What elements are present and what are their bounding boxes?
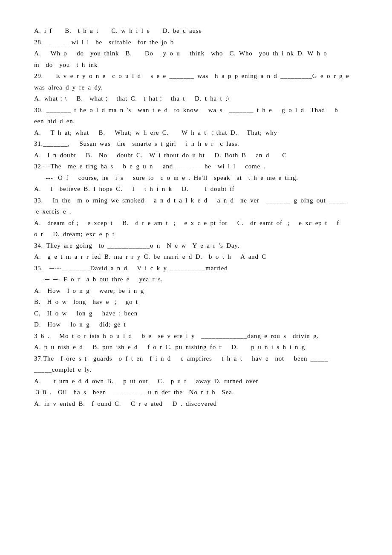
question-line-l16: 33. In the m o rning we smoked a n d t a…: [34, 195, 358, 206]
question-line-l18: A. dream of； e xcep t B. d r e am t ； e …: [34, 218, 358, 229]
question-line-l5: 29. E v e r y o n e c o u l d s e e ____…: [34, 71, 358, 82]
question-line-l24: A. How l o n g were; be i n g: [34, 286, 358, 297]
question-line-l32: A. t urn e d d own B. p ut out C. p u t …: [34, 376, 358, 387]
question-line-l11: 31._______, Susan was the smarte s t gir…: [34, 139, 358, 150]
question-line-l17: e xercis e .: [34, 206, 358, 217]
question-line-l3: A. Wh o do you think B. Do y o u think w…: [34, 48, 358, 59]
main-content: A. i f B. t h a t C. w h i l e D. be c a…: [34, 26, 358, 409]
question-line-l15: A. I believe B. I hope C. I t h i n k D.…: [34, 184, 358, 195]
question-line-l25: B. H o w long hav e ； go t: [34, 297, 358, 308]
question-line-l20: 34. They are going to ____________o n N …: [34, 240, 358, 251]
question-line-l21: A. g e t m a r r ied B. ma r r y C. be m…: [34, 251, 358, 263]
question-line-l26: C. H o w lon g have ; been: [34, 308, 358, 319]
question-line-l33: 3 8 . Oil ha s been __________u n der th…: [34, 387, 358, 398]
question-line-l12: A. I n doubt B. No doubt C. W i thout do…: [34, 150, 358, 161]
question-line-l19: o r D. dream; exc e p t: [34, 229, 358, 240]
question-line-l1: A. i f B. t h a t C. w h i l e D. be c a…: [34, 26, 358, 37]
question-line-l6: was alrea d y re a dy.: [34, 82, 358, 93]
question-line-l4: m do you t h ink: [34, 60, 358, 71]
question-line-l13: 32.---The me e ting ha s b e g u n and _…: [34, 161, 358, 172]
question-line-l30: 37.The f ore s t guards o f t en f i n d…: [34, 353, 358, 364]
question-line-l28: 3 6 . Mo t o r ists h o u l d b e se v e…: [34, 331, 358, 342]
question-line-l9: een hid d en.: [34, 116, 358, 127]
question-line-l7: A. what；\ B. what； that C. t hat； tha t …: [34, 93, 358, 104]
question-line-l10: A. T h at; what B. What; w h ere C. W h …: [34, 127, 358, 139]
question-line-l22: 35. ─---________David a n d V i c k y __…: [34, 263, 358, 274]
question-line-l8: 30. _______ t he o l d ma n 's wan t e d…: [34, 105, 358, 116]
question-line-l23: -─ ─- F o r a b out thre e yea r s.: [34, 274, 358, 285]
question-line-l34: A. in v ented B. f ound C. C r e ated D …: [34, 399, 358, 410]
question-line-l2: 28.________wi l l be suitable for the jo…: [34, 37, 358, 48]
question-line-l31: _____complet e ly.: [34, 364, 358, 376]
question-line-l14: ---─O f course, he i s sure to c o m e .…: [34, 173, 358, 184]
question-line-l27: D. How lo n g did; ge t: [34, 319, 358, 330]
question-line-l29: A. p u nish e d B. pun ish e d f o r C. …: [34, 342, 358, 353]
